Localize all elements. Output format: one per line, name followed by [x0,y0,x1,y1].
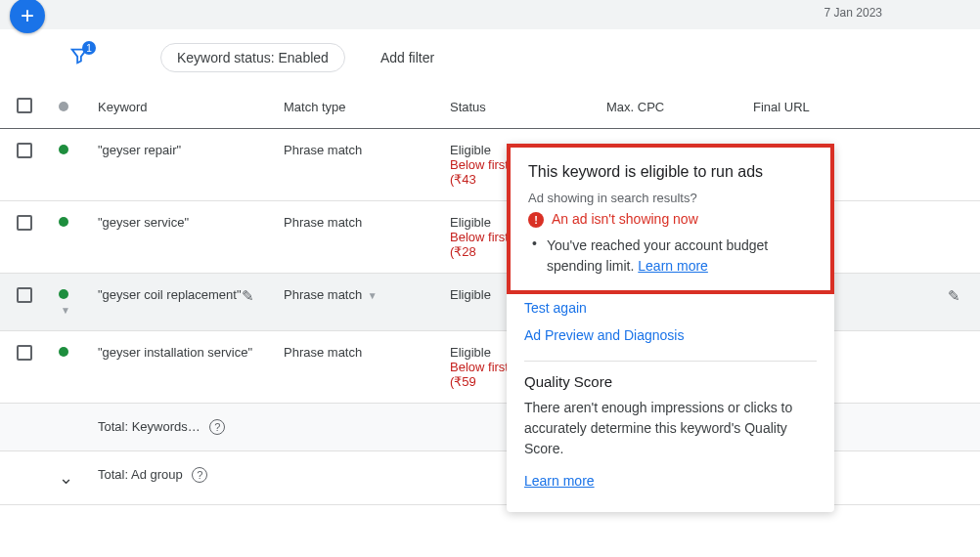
alert-text: An ad isn't showing now [552,211,698,227]
info-icon[interactable]: ? [192,467,207,483]
match-cell: Phrase match [274,201,440,274]
keyword-cell[interactable]: "geyser installation service" [88,331,274,404]
col-status[interactable]: Status [440,86,597,129]
row-checkbox[interactable] [17,287,32,303]
status-dot [59,347,68,357]
select-all-checkbox[interactable] [17,98,32,113]
status-dot-header [59,102,68,111]
popover-title: This keyword is eligible to run ads [528,163,813,181]
status-dot[interactable] [59,289,68,299]
match-cell: Phrase match [274,331,440,404]
status-dot [59,217,68,227]
col-cpc[interactable]: Max. CPC [597,86,743,129]
bullet-text: You've reached your account budget spend… [547,236,813,277]
alert-icon: ! [528,212,544,228]
ad-preview-link[interactable]: Ad Preview and Diagnosis [507,321,834,349]
add-filter-button[interactable]: Add filter [380,50,434,65]
filter-bar: 1 Keyword status: Enabled Add filter [0,29,980,86]
info-icon[interactable]: ? [209,419,225,435]
match-text: Phrase match [284,287,362,302]
keyword-cell[interactable]: "geyser service" [88,201,274,274]
total-adgroup: Total: Ad group ? [88,451,274,505]
row-checkbox[interactable] [17,215,32,231]
quality-score-text: There aren't enough impressions or click… [507,398,834,473]
bullet-icon: • [532,236,537,277]
pencil-icon[interactable]: ✎ [948,287,960,305]
divider [524,361,817,362]
filter-chip[interactable]: Keyword status: Enabled [160,43,345,72]
chevron-down-icon[interactable]: ▼ [61,305,70,316]
chevron-down-icon[interactable]: ▼ [368,290,378,301]
pencil-icon[interactable]: ✎ [242,287,254,305]
filter-icon[interactable]: 1 [68,45,90,70]
col-match[interactable]: Match type [274,86,440,129]
total-keywords: Total: Keywords… ? [88,404,274,451]
row-checkbox[interactable] [17,345,32,361]
test-again-link[interactable]: Test again [507,294,834,321]
match-cell[interactable]: Phrase match ▼ [274,274,440,331]
filter-count-badge: 1 [82,41,96,55]
col-url[interactable]: Final URL [743,86,980,129]
quality-score-title: Quality Score [507,373,834,398]
keyword-cell[interactable]: "geyser coil replacement" ✎ [88,274,274,331]
status-dot [59,145,68,154]
popover-subtitle: Ad showing in search results? [528,191,813,205]
match-cell: Phrase match [274,129,440,201]
col-keyword[interactable]: Keyword [88,86,274,129]
status-popover: This keyword is eligible to run ads Ad s… [507,144,834,512]
highlighted-region: This keyword is eligible to run ads Ad s… [507,144,834,294]
row-checkbox[interactable] [17,143,32,158]
learn-more-link[interactable]: Learn more [507,473,834,494]
date-label: 7 Jan 2023 [824,6,882,20]
add-fab[interactable]: + [10,0,45,33]
keyword-cell[interactable]: "geyser repair" [88,129,274,201]
chevron-down-icon[interactable]: ⌄ [59,468,73,488]
keyword-text: "geyser coil replacement" [98,287,242,302]
learn-more-link[interactable]: Learn more [638,258,708,274]
